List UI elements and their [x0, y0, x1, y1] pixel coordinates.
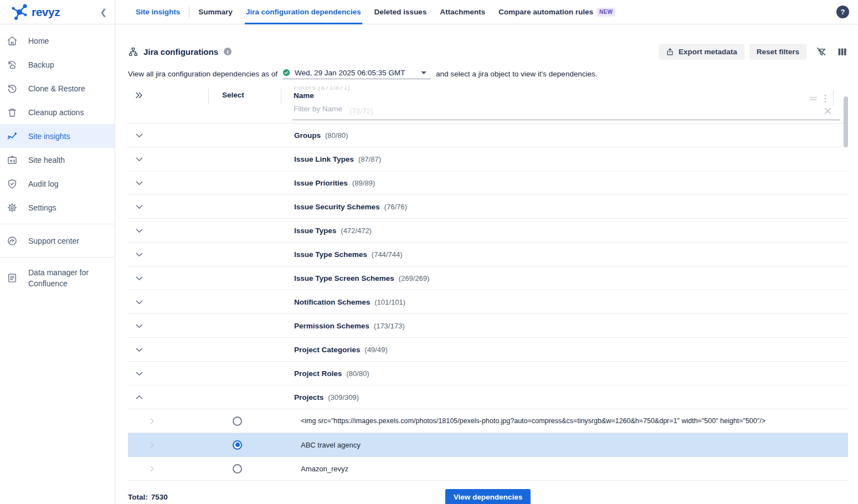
sidebar-item-clone-restore[interactable]: Clone & Restore: [0, 76, 115, 100]
view-dependencies-label: View dependencies: [454, 493, 522, 501]
backup-cloud-icon: [6, 59, 18, 71]
info-icon[interactable]: i: [224, 48, 232, 55]
config-group-row[interactable]: Issue Type Screen Schemes (269/269): [128, 266, 848, 290]
project-radio[interactable]: [233, 416, 242, 426]
config-group-row[interactable]: Issue Link Types (87/87): [128, 147, 848, 171]
filter-off-icon[interactable]: [815, 46, 827, 58]
chevron-down-icon[interactable]: [135, 274, 144, 283]
top-tab-bar: Site insights Summary Jira configuration…: [115, 0, 858, 24]
chevron-down-icon[interactable]: [135, 345, 144, 354]
vertical-scrollbar[interactable]: [844, 96, 848, 147]
chevron-down-icon[interactable]: [135, 202, 144, 212]
tab-attachments[interactable]: Attachments: [440, 0, 485, 24]
sidebar-item-label: Support center: [28, 235, 79, 246]
group-name: Permission Schemes: [294, 322, 369, 330]
config-group-row[interactable]: Project Categories (49/49): [128, 338, 848, 362]
sidebar-item-site-health[interactable]: Site health: [0, 148, 115, 172]
total-value: 7530: [151, 493, 168, 501]
tab-jira-configuration-dependencies[interactable]: Jira configuration dependencies: [246, 0, 361, 24]
project-name: <img src="https://images.pexels.com/phot…: [301, 417, 765, 425]
config-group-row[interactable]: Project Roles (80/80): [128, 362, 848, 385]
config-group-row[interactable]: Issue Security Schemes (76/76): [128, 195, 848, 219]
chevron-down-icon: [421, 71, 427, 74]
chevron-down-icon[interactable]: [135, 369, 144, 378]
column-filter-icon[interactable]: [809, 94, 818, 103]
export-metadata-button[interactable]: Export metadata: [659, 44, 744, 60]
sidebar-item-cleanup-actions[interactable]: Cleanup actions: [0, 100, 115, 124]
sidebar-item-label: Settings: [28, 202, 56, 213]
trash-icon: [6, 106, 18, 119]
sidebar-item-data-manager-confluence[interactable]: Data manager for Confluence: [0, 262, 115, 294]
help-icon[interactable]: ?: [836, 6, 849, 18]
snapshot-date-select[interactable]: Wed, 29 Jan 2025 06:05:35 GMT: [282, 69, 431, 79]
sidebar-item-backup[interactable]: Backup: [0, 53, 115, 76]
title-actions: Export metadata Reset filters: [659, 44, 848, 60]
group-count: (49/49): [364, 346, 387, 354]
chevron-down-icon[interactable]: [135, 250, 144, 259]
sidebar-item-label: Site health: [28, 155, 65, 166]
view-dependencies-button[interactable]: View dependencies: [445, 489, 531, 504]
filter-by-name-input[interactable]: [294, 105, 677, 113]
project-name: Amazon_revyz: [301, 465, 348, 473]
config-group-row[interactable]: Notification Schemes (101/101): [128, 290, 848, 314]
clear-filter-icon[interactable]: [823, 106, 833, 116]
chevron-down-icon[interactable]: [135, 297, 144, 307]
config-group-row[interactable]: Issue Type Schemes (744/744): [128, 243, 848, 266]
reset-filters-button[interactable]: Reset filters: [749, 44, 806, 60]
column-divider: [208, 89, 209, 104]
chevron-down-icon[interactable]: [135, 226, 144, 235]
project-radio[interactable]: [233, 440, 242, 450]
project-row[interactable]: Amazon_revyz: [128, 457, 848, 481]
tab-summary[interactable]: Summary: [198, 0, 233, 24]
chevron-right-icon[interactable]: [148, 441, 156, 449]
columns-icon[interactable]: [836, 46, 848, 58]
expand-all-icon[interactable]: [134, 90, 144, 100]
sidebar-item-label: Home: [28, 35, 49, 47]
chevron-right-icon[interactable]: [148, 417, 156, 425]
filter-underline: [292, 120, 840, 120]
tab-label: Attachments: [440, 8, 485, 16]
config-group-row[interactable]: Groups (80/80): [128, 124, 848, 147]
chevron-down-icon[interactable]: [135, 131, 144, 140]
project-row[interactable]: <img src="https://images.pexels.com/phot…: [128, 409, 848, 433]
sidebar-nav: Home Backup Clone & Restore Cleanup acti…: [0, 24, 115, 294]
column-more-icon[interactable]: [824, 94, 826, 103]
project-radio[interactable]: [233, 464, 242, 474]
chevron-right-icon[interactable]: [148, 465, 156, 473]
sidebar-item-label: Data manager for Confluence: [28, 267, 95, 289]
sidebar-collapse-icon[interactable]: ❮: [100, 8, 107, 16]
chevron-down-icon[interactable]: [135, 321, 144, 331]
project-row[interactable]: ABC travel agency: [128, 433, 848, 457]
chevron-down-icon[interactable]: [135, 393, 144, 402]
insights-icon: [6, 130, 18, 142]
project-name: ABC travel agency: [301, 441, 361, 449]
chevron-down-icon[interactable]: [135, 155, 144, 164]
tab-deleted-issues[interactable]: Deleted issues: [374, 0, 427, 24]
sidebar-item-home[interactable]: Home: [0, 29, 115, 53]
dependencies-table: Filters (871/871) Select Name (72/72): [128, 86, 848, 481]
tab-compare-automation-rules[interactable]: Compare automation rules NEW: [499, 0, 615, 24]
sidebar-item-audit-log[interactable]: Audit log: [0, 172, 115, 196]
group-count: (101/101): [374, 298, 405, 306]
tab-label: Summary: [198, 8, 233, 16]
config-group-row[interactable]: Projects (309/309): [128, 385, 848, 409]
breadcrumb-site-insights[interactable]: Site insights: [136, 8, 180, 16]
main-area: Site insights Summary Jira configuration…: [115, 0, 858, 504]
shield-check-icon: [6, 178, 18, 190]
sidebar-item-support-center[interactable]: Support center: [0, 229, 115, 253]
description-prefix: View all jira configuration dependencies…: [128, 70, 278, 78]
page-title: Jira configurations: [143, 47, 218, 56]
chevron-down-icon[interactable]: [135, 178, 144, 188]
sidebar-item-site-insights[interactable]: Site insights: [0, 124, 115, 148]
config-group-row[interactable]: Issue Priorities (89/89): [128, 171, 848, 195]
config-group-row[interactable]: Issue Types (472/472): [128, 219, 848, 243]
content-panel: Jira configurations i Export metadata Re…: [115, 24, 858, 504]
export-metadata-label: Export metadata: [679, 48, 737, 56]
sidebar-item-label: Clone & Restore: [28, 83, 85, 94]
sidebar-item-settings[interactable]: Settings: [0, 196, 115, 219]
config-group-row[interactable]: Permission Schemes (173/173): [128, 314, 848, 338]
sidebar-item-label: Audit log: [28, 178, 58, 189]
group-name: Issue Security Schemes: [294, 203, 380, 211]
group-name: Projects: [294, 393, 323, 402]
export-icon: [666, 48, 674, 56]
